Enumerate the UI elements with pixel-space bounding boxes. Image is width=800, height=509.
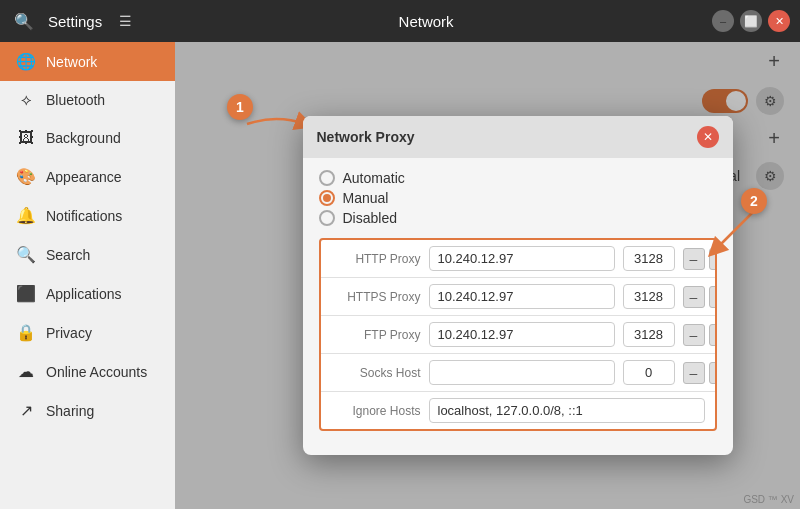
ftp-proxy-input[interactable] [429,322,615,347]
sidebar-label-network: Network [46,54,97,70]
app-title: Settings [48,13,102,30]
sidebar-item-applications[interactable]: ⬛ Applications [0,274,175,313]
ignore-hosts-input[interactable] [429,398,705,423]
socks-port-minus[interactable]: – [683,362,705,384]
sidebar-label-privacy: Privacy [46,325,92,341]
applications-icon: ⬛ [16,284,36,303]
dialog-title: Network Proxy [317,129,415,145]
radio-circle-manual [319,190,335,206]
https-port-plus[interactable]: + [709,286,717,308]
sidebar-item-search[interactable]: 🔍 Search [0,235,175,274]
notifications-icon: 🔔 [16,206,36,225]
maximize-button[interactable]: ⬜ [740,10,762,32]
https-proxy-port[interactable] [623,284,675,309]
socks-port-plus[interactable]: + [709,362,717,384]
radio-label-disabled: Disabled [343,210,397,226]
sidebar-label-sharing: Sharing [46,403,94,419]
radio-circle-disabled [319,210,335,226]
http-port-minus[interactable]: – [683,248,705,270]
socks-proxy-input[interactable] [429,360,615,385]
online-accounts-icon: ☁ [16,362,36,381]
sidebar-item-notifications[interactable]: 🔔 Notifications [0,196,175,235]
https-port-controls: – + [683,286,717,308]
sidebar-label-search: Search [46,247,90,263]
socks-proxy-row: Socks Host – + [321,354,715,392]
proxy-mode-radio-group: Automatic Manual Disabled [319,170,717,226]
ftp-port-plus[interactable]: + [709,324,717,346]
socks-proxy-label: Socks Host [331,366,421,380]
close-button[interactable]: ✕ [768,10,790,32]
radio-label-automatic: Automatic [343,170,405,186]
ftp-port-minus[interactable]: – [683,324,705,346]
http-proxy-input[interactable] [429,246,615,271]
bluetooth-icon: ⟡ [16,91,36,109]
sidebar-item-appearance[interactable]: 🎨 Appearance [0,157,175,196]
sidebar-item-network[interactable]: 🌐 Network [0,42,175,81]
appearance-icon: 🎨 [16,167,36,186]
sidebar-label-appearance: Appearance [46,169,122,185]
dialog-titlebar: Network Proxy ✕ [303,116,733,158]
window-controls: – ⬜ ✕ [712,10,790,32]
sidebar-label-bluetooth: Bluetooth [46,92,105,108]
dialog-overlay: 1 Network Proxy ✕ Automatic [175,42,800,509]
content-area: + ⚙ + Manual ⚙ [175,42,800,509]
https-proxy-label: HTTPS Proxy [331,290,421,304]
network-proxy-dialog: Network Proxy ✕ Automatic [303,116,733,455]
http-port-plus[interactable]: + [709,248,717,270]
https-proxy-input[interactable] [429,284,615,309]
titlebar: 🔍 Settings ☰ Network – ⬜ ✕ [0,0,800,42]
search-sidebar-icon: 🔍 [16,245,36,264]
menu-button[interactable]: ☰ [110,7,140,35]
badge-1: 1 [227,94,253,120]
dialog-body: Automatic Manual Disabled [303,158,733,439]
http-proxy-port[interactable] [623,246,675,271]
radio-automatic[interactable]: Automatic [319,170,717,186]
socks-proxy-port[interactable] [623,360,675,385]
ignore-hosts-row: Ignore Hosts [321,392,715,429]
sidebar: 🌐 Network ⟡ Bluetooth 🖼 Background 🎨 App… [0,42,175,509]
sidebar-label-notifications: Notifications [46,208,122,224]
radio-dot-manual [323,194,331,202]
section-title: Network [140,13,712,30]
privacy-icon: 🔒 [16,323,36,342]
ftp-port-controls: – + [683,324,717,346]
sidebar-label-applications: Applications [46,286,122,302]
background-icon: 🖼 [16,129,36,147]
http-proxy-label: HTTP Proxy [331,252,421,266]
http-proxy-row: HTTP Proxy – + [321,240,715,278]
radio-manual[interactable]: Manual [319,190,717,206]
sidebar-item-privacy[interactable]: 🔒 Privacy [0,313,175,352]
ignore-hosts-label: Ignore Hosts [331,404,421,418]
ftp-proxy-label: FTP Proxy [331,328,421,342]
network-icon: 🌐 [16,52,36,71]
https-proxy-row: HTTPS Proxy – + [321,278,715,316]
dialog-close-button[interactable]: ✕ [697,126,719,148]
http-port-controls: – + [683,248,717,270]
ftp-proxy-port[interactable] [623,322,675,347]
sharing-icon: ↗ [16,401,36,420]
minimize-button[interactable]: – [712,10,734,32]
sidebar-item-background[interactable]: 🖼 Background [0,119,175,157]
sidebar-item-bluetooth[interactable]: ⟡ Bluetooth [0,81,175,119]
radio-label-manual: Manual [343,190,389,206]
search-icon[interactable]: 🔍 [10,7,38,35]
radio-disabled[interactable]: Disabled [319,210,717,226]
https-port-minus[interactable]: – [683,286,705,308]
sidebar-item-online-accounts[interactable]: ☁ Online Accounts [0,352,175,391]
radio-circle-automatic [319,170,335,186]
socks-port-controls: – + [683,362,717,384]
ftp-proxy-row: FTP Proxy – + [321,316,715,354]
badge-2: 2 [741,188,767,214]
proxy-fields-container: HTTP Proxy – + HTTPS Proxy [319,238,717,431]
main-layout: 🌐 Network ⟡ Bluetooth 🖼 Background 🎨 App… [0,42,800,509]
sidebar-item-sharing[interactable]: ↗ Sharing [0,391,175,430]
sidebar-label-background: Background [46,130,121,146]
sidebar-label-online-accounts: Online Accounts [46,364,147,380]
